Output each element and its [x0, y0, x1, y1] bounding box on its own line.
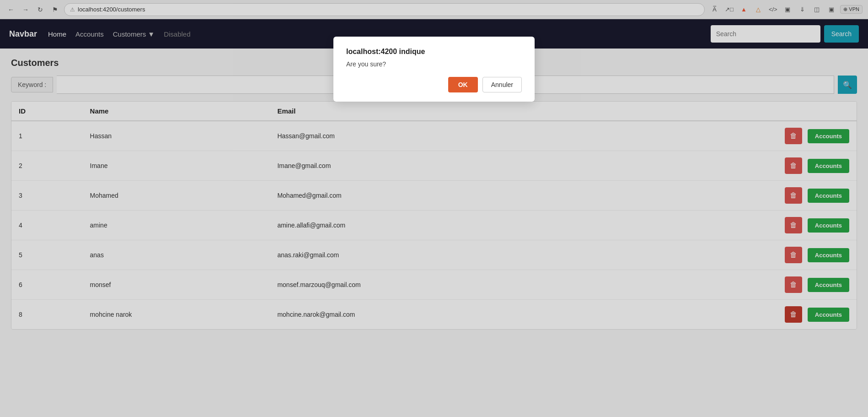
- modal-message: Are you sure?: [346, 60, 522, 68]
- modal-dialog: localhost:4200 indique Are you sure? OK …: [333, 37, 535, 102]
- modal-actions: OK Annuler: [346, 77, 522, 92]
- modal-overlay: localhost:4200 indique Are you sure? OK …: [0, 0, 868, 417]
- modal-ok-button[interactable]: OK: [448, 77, 478, 92]
- modal-cancel-button[interactable]: Annuler: [482, 77, 522, 92]
- modal-title: localhost:4200 indique: [346, 48, 522, 56]
